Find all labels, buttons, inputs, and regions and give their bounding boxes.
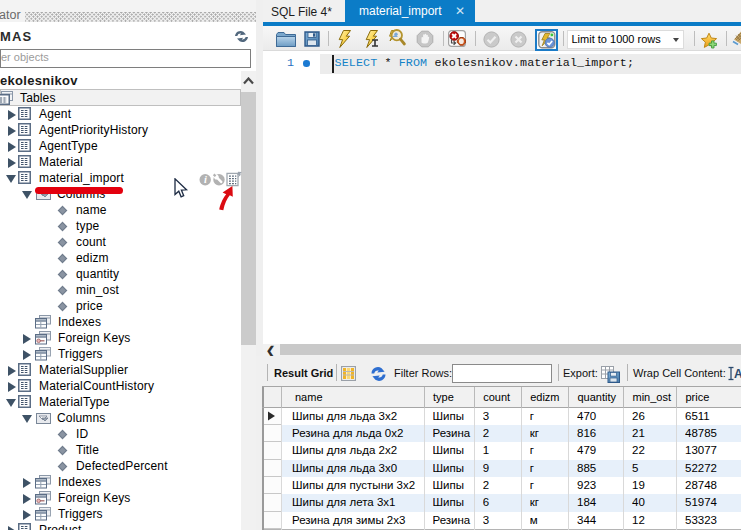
svg-text:i: i [204, 174, 207, 185]
svg-text:A: A [734, 367, 741, 381]
